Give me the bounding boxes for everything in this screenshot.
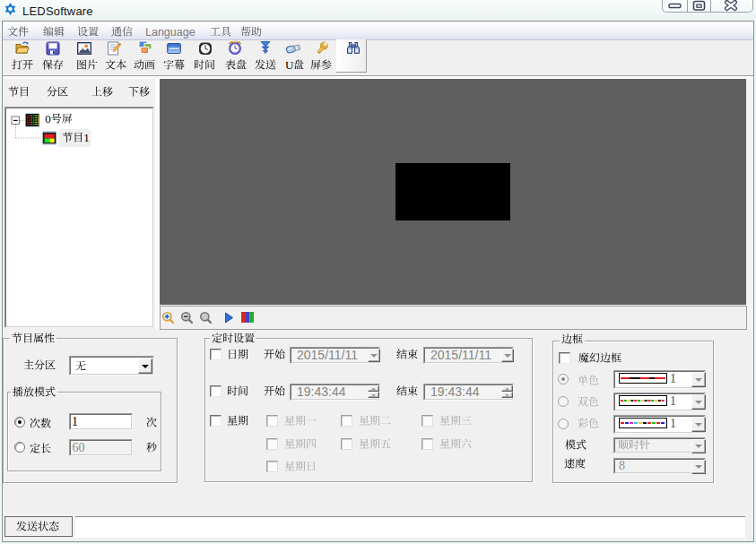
- svg-text:1: 1: [83, 131, 90, 144]
- svg-text:U: U: [285, 58, 294, 72]
- svg-text:0: 0: [45, 112, 51, 125]
